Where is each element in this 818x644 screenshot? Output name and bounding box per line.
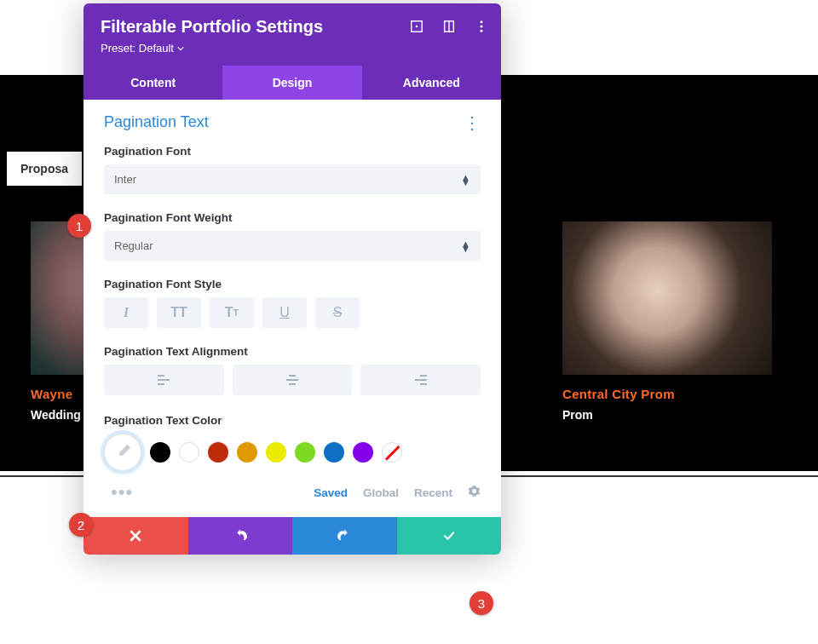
gear-icon[interactable] — [468, 485, 481, 500]
align-label: Pagination Text Alignment — [104, 345, 481, 358]
font-select[interactable]: Inter ▲▼ — [104, 164, 481, 194]
filter-tab[interactable]: Proposa — [7, 152, 82, 186]
chevron-down-icon — [177, 45, 184, 52]
cancel-button[interactable] — [84, 517, 188, 555]
eyedropper-button[interactable] — [104, 434, 141, 471]
eyedropper-icon — [113, 443, 132, 462]
swatch-purple[interactable] — [353, 442, 373, 463]
panel-header: Filterable Portfolio Settings Preset: De… — [84, 3, 501, 66]
callout-3: 3 — [469, 591, 493, 615]
italic-button[interactable]: I — [104, 297, 148, 328]
page-1-link[interactable]: 1 — [697, 490, 705, 505]
settings-panel: Filterable Portfolio Settings Preset: De… — [84, 3, 501, 555]
section-title[interactable]: Pagination Text — [104, 113, 209, 131]
align-right-button[interactable] — [360, 365, 481, 395]
uppercase-button[interactable]: TT — [157, 297, 201, 328]
portfolio-card[interactable]: Central City Prom Prom — [562, 221, 772, 422]
weight-select[interactable]: Regular ▲▼ — [104, 231, 481, 261]
page-2-link[interactable]: 2 — [721, 490, 729, 505]
settings-tabs: Content Design Advanced — [84, 66, 501, 100]
card-title: Central City Prom — [562, 387, 772, 401]
check-icon — [441, 528, 457, 543]
tab-design[interactable]: Design — [222, 66, 361, 100]
section-kebab-icon[interactable]: ⋮ — [464, 120, 481, 125]
expand-icon[interactable] — [409, 19, 424, 34]
responsive-icon[interactable] — [441, 19, 457, 34]
tab-content[interactable]: Content — [84, 66, 222, 100]
swatch-white[interactable] — [179, 442, 199, 463]
card-category: Prom — [562, 408, 772, 422]
card-thumbnail — [562, 221, 772, 375]
underline-button[interactable]: U — [262, 297, 307, 328]
svg-point-1 — [416, 26, 418, 28]
color-label: Pagination Text Color — [104, 414, 481, 427]
tab-advanced[interactable]: Advanced — [362, 66, 501, 100]
redo-icon — [337, 528, 352, 543]
more-colors-icon[interactable]: ••• — [104, 488, 133, 497]
swatch-red[interactable] — [208, 442, 228, 463]
next-link[interactable]: Next — [746, 490, 775, 505]
select-arrows-icon: ▲▼ — [461, 175, 470, 185]
palette-recent-tab[interactable]: Recent — [414, 486, 452, 499]
align-center-button[interactable] — [233, 365, 353, 395]
weight-label: Pagination Font Weight — [104, 211, 481, 224]
swatch-black[interactable] — [150, 442, 170, 463]
save-button[interactable] — [397, 517, 502, 555]
align-left-button[interactable] — [104, 365, 224, 395]
kebab-menu-icon[interactable] — [474, 19, 489, 34]
palette-saved-tab[interactable]: Saved — [314, 486, 348, 499]
style-label: Pagination Font Style — [104, 278, 481, 290]
callout-2: 2 — [69, 513, 93, 537]
palette-global-tab[interactable]: Global — [363, 486, 399, 499]
preset-dropdown[interactable]: Preset: Default — [101, 42, 184, 55]
swatch-transparent[interactable] — [382, 442, 402, 463]
strikethrough-button[interactable]: S — [315, 297, 360, 328]
undo-button[interactable] — [188, 517, 293, 555]
smallcaps-button[interactable]: TT — [210, 297, 254, 328]
svg-point-5 — [480, 25, 482, 27]
font-label: Pagination Font — [104, 145, 481, 158]
svg-point-4 — [480, 20, 482, 23]
redo-button[interactable] — [292, 517, 397, 555]
swatch-blue[interactable] — [324, 442, 344, 463]
swatch-green[interactable] — [295, 442, 315, 463]
callout-1: 1 — [67, 214, 91, 238]
undo-icon — [233, 528, 248, 543]
swatch-orange[interactable] — [237, 442, 257, 463]
select-arrows-icon: ▲▼ — [461, 241, 470, 251]
svg-point-6 — [480, 30, 482, 32]
pagination: 1 2 Next — [697, 490, 776, 505]
swatch-yellow[interactable] — [266, 442, 286, 463]
close-icon — [129, 529, 142, 543]
